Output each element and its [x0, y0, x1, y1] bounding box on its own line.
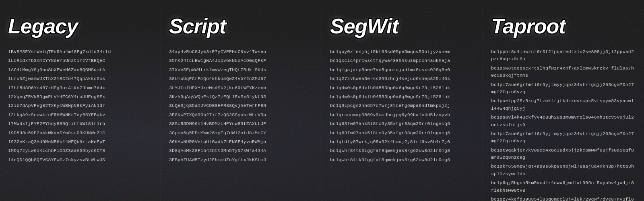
list-item[interactable]: bc1q63fw07ahk5l8tc9y35xfgr88qm29rr0lngvc… — [330, 120, 475, 127]
list-item[interactable]: bc1pt9qakjer7ky08ce4x6q3udx5jjzkc6mwwfu8… — [491, 147, 636, 162]
list-item[interactable]: bc1p6qj5hgnh5km5vcdlr4dwx6jwdfat909nf5uy… — [491, 179, 636, 194]
list-item[interactable]: 38UmuUqPCrFmQo4khkomQwZ4VbY2nZMJ67 — [169, 75, 314, 82]
list-item[interactable]: 3LYJfcfHPXYJreMsASk2jkn69LWEYKzexb — [169, 84, 314, 92]
list-item[interactable]: 1AC4fMwgY8j9onSbXEWeH6Zan8QGMSdmtA — [8, 66, 153, 74]
list-item[interactable]: bc1q63fw07ahk5l8tc9y35xfgr88qm29rr0lngvc… — [330, 129, 475, 137]
list-item[interactable]: bc1qxclc4prcwsctfqywa4885hsuzmpcxn4aukha… — [330, 57, 475, 64]
list-item[interactable]: 35hK24tcLEWcgNA4JxpvbkNkoAcDGqQPsP — [169, 57, 314, 64]
list-item[interactable]: 12XqeqZRVkBDgmPLVY4ZC6Y4ruUUEug8Fx — [8, 93, 153, 100]
list-item[interactable]: 385cR5DM96n1HvBDMzLHPYcw89fZAXULJP — [169, 120, 314, 127]
list-item[interactable]: bc1p5w8tcqqscxrtslhqfwzr4xnf7axlcmw3krzk… — [491, 65, 636, 80]
list-item[interactable]: bc1quy0xfenjhjl5kf65sd05pe5mqnv50nljyźxn… — [330, 48, 475, 55]
list-item[interactable]: bc1qrsnnmap3869v9cmdhcjpq6y99halv4d5lzvy… — [330, 111, 475, 119]
list-item[interactable]: 1MDq7zyLw6oKichbFiDDZ3aaK59byc6CT8 — [8, 147, 153, 154]
list-item[interactable]: 37XuVSEpWW4trkfmvWzegTHQt7BdktSKUs — [169, 66, 314, 74]
list-item[interactable]: bc1pkr659mpwjqt4aq9s6kp90npjwl79aajua4xk… — [491, 163, 636, 178]
list-item[interactable]: 17hf5H8D6Yc4B7zHEg3orAtKn7Jhme7Adx — [8, 84, 153, 92]
column-legacy: Legacy1BvBMSEYstWetqTFn5Au4m4GFg7xdfd34r… — [0, 8, 161, 201]
column-taproot: Taprootbc1pphr8c4lnwzcf6r0f2fpqaledtxlu2… — [483, 8, 644, 201]
list-item[interactable]: bc1pl7aue6grfm4l6r9yjtmyyjqpz34vtrrgqjj2… — [491, 81, 636, 96]
list-item[interactable]: bc1pl7aue6grfm4l6r9yjtmyyjqpz34vtrrgqjj2… — [491, 130, 636, 145]
list-item[interactable]: bc1q4w0s0p6dxlh04553hp0a6q8wgc9r73jt528l… — [330, 84, 475, 92]
column-script: Script34xp4vRoCGJym3xR7yCVPFHoCNxv4Twseo… — [161, 8, 322, 201]
column-segwit: SegWitbc1quy0xfenjhjl5kf65sd05pe5mqnv50n… — [322, 8, 483, 201]
list-item[interactable]: 3LQeSjqS5aXJVCDGSHPR88QvjheTwrhP8N — [169, 102, 314, 109]
list-item[interactable]: 17MWdxfjPYP2PYhdy885QtihfbW181r1rn — [8, 120, 153, 127]
list-item[interactable]: 3EBpAZUAW5Tzyd2FhmmUZnYgftxJkKSLmJ — [169, 156, 314, 164]
segwit-address-list: bc1quy0xfenjhjl5kf65sd05pe5mqnv50nljyźxn… — [330, 48, 475, 164]
list-item[interactable]: 1LdRcdxfbSnmCYYNdeYpUnztiYzVfBEQeC — [8, 57, 153, 64]
list-item[interactable]: 3Kzh9qAqVWQhEsfQz7zEQL1EuSx5tyNLNS — [169, 93, 314, 100]
list-item[interactable]: 12ib7dApVFvg82TXKycWBNpN8kFyiAN1dr — [8, 102, 153, 109]
list-item[interactable]: bc1qwhr84tk3lggfaf8qmekjas8rg62uw8d2lr0m… — [330, 156, 475, 164]
list-item[interactable]: 19D5J8c59P2bAkWKvxSYw8scD3KUNWoZ1C — [8, 129, 153, 137]
list-item[interactable]: bc1qlgajxrp8aee7vn5qcnrujudlmx8csxk028q8… — [330, 66, 475, 74]
page-container: Legacy1BvBMSEYstWetqTFn5Au4m4GFg7xdfd34r… — [0, 0, 644, 201]
legacy-address-list: 1BvBMSEYstWetqTFn5Au4m4GFg7xdfd34rfd1LdR… — [8, 48, 153, 164]
list-item[interactable]: 34xp4vRoCGJym3xR7yCVPFHoCNxv4Twseo — [169, 48, 314, 55]
taproot-address-list: bc1pphr8c4lnwzcf6r0f2fpqaledtxlu2se808jj… — [491, 48, 636, 201]
list-item[interactable]: bc1pphr8c4lnwzcf6r0f2fpqaledtxlu2se808jj… — [491, 48, 636, 63]
list-item[interactable]: bc1ps8vl4k4uckfyv4e8uh28s3m0mvrqls046mh3… — [491, 114, 636, 129]
list-item[interactable]: 3Gpex6g5FPmYWm26myFq7dW12ntd8zMcCY — [169, 129, 314, 137]
list-item[interactable]: 1LruNZjwamWJXThX2Y8C2d47QqhAkkc5os — [8, 75, 153, 82]
list-item[interactable]: 36KAwNUR8VeLpUfGwdk7LEN6F4yvoRWMjn — [169, 138, 314, 146]
list-item[interactable]: bc1q27zvhwea5erss390zhcj4sejcd6snep825l4… — [330, 75, 475, 82]
script-title: Script — [169, 14, 314, 38]
list-item[interactable]: bc1pz74kefd39u854l86g6mdcl0j4l8k729qwf7d… — [491, 196, 636, 201]
list-item[interactable]: bc1qwhr84tk3lggfaf8qmekjas8rg62uw8d2lr0m… — [330, 147, 475, 154]
list-item[interactable]: 3FGKwP7XQA9Gb27if7zQGJSSynbzWLrV3p — [169, 111, 314, 119]
list-item[interactable]: bc1puetpp28z8xcj7tzmkfrjtkdzxuvscpk5vtsp… — [491, 97, 636, 112]
segwit-title: SegWit — [330, 14, 475, 38]
legacy-title: Legacy — [8, 14, 153, 38]
taproot-title: Taproot — [491, 14, 636, 38]
list-item[interactable]: bc1q4w0s0p6dxlh04553hp0a6q8wgc9r73jt528l… — [330, 93, 475, 100]
script-address-list: 34xp4vRoCGJym3xR7yCVPFHoCNxv4Twseo35hK24… — [169, 48, 314, 164]
list-item[interactable]: bc1q9lpcgs2hh657c7wrj8tcefg6mpa6ndfmkpxj… — [330, 102, 475, 109]
list-item[interactable]: 12tkqA9xSoowkzoERHMWNKsTey55YEBqkv — [8, 111, 153, 119]
list-item[interactable]: 3D8qAoMkZ8F1b42btt2Mn5TyN7sWfa434A — [169, 147, 314, 154]
list-item[interactable]: 14eQD1QQb8QFVG8YFwGz7skyzsvBLWLwJS — [8, 156, 153, 164]
list-item[interactable]: 1BvBMSEYstWetqTFn5Au4m4GFg7xdfd34rfd — [8, 48, 153, 55]
list-item[interactable]: bc1qtdfy07wrkjq08x92k4hmnj2j8lrl6sv6h4r7… — [330, 138, 475, 146]
list-item[interactable]: 1932eKraQ3Ad9MeNBHb14WFQbNrLaKeEpT — [8, 138, 153, 146]
